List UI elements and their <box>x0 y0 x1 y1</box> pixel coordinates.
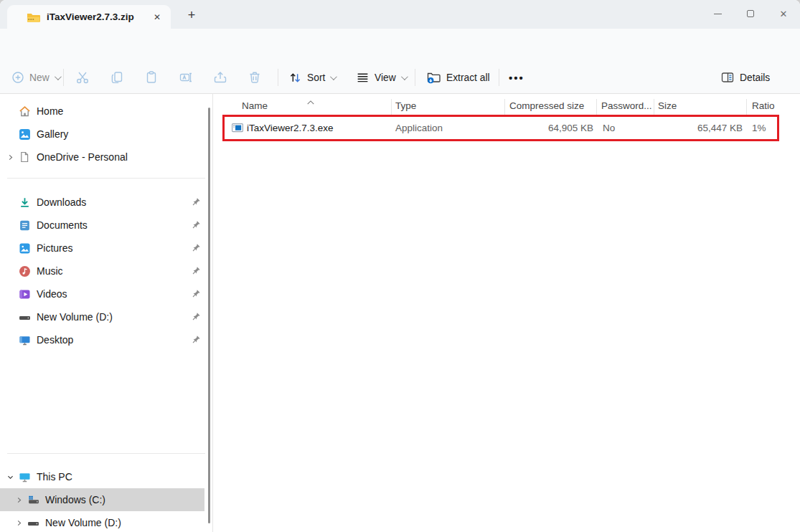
window-controls: ✕ <box>701 0 800 29</box>
onedrive-icon <box>18 151 31 163</box>
toolbar-separator <box>278 69 278 86</box>
toolbar-separator <box>63 69 64 86</box>
trash-icon <box>248 70 262 85</box>
command-bar: New <box>0 60 800 94</box>
pin-icon <box>192 289 201 298</box>
pin-icon <box>192 312 201 321</box>
sidebar-item-label: Pictures <box>37 242 73 254</box>
sort-button-label: Sort <box>307 72 325 83</box>
videos-icon <box>18 288 31 300</box>
file-explorer-window: iTaxViewer2.7.3.zip ✕ + ✕ ← → ↑ ↻ ··· <box>0 0 800 532</box>
paste-icon <box>144 70 159 85</box>
chevron-down-icon <box>55 73 62 80</box>
sidebar-item-label: Desktop <box>37 334 73 346</box>
sidebar-item-gallery[interactable]: Gallery <box>0 123 212 146</box>
column-header-password[interactable]: Password... <box>601 100 652 111</box>
sidebar-item-windows-c[interactable]: Windows (C:) <box>0 488 204 511</box>
pin-icon <box>192 243 201 252</box>
cut-button[interactable] <box>71 66 94 89</box>
pin-icon <box>192 220 201 229</box>
close-button[interactable]: ✕ <box>767 0 800 27</box>
column-header-size[interactable]: Size <box>658 100 677 111</box>
sidebar-item-pictures[interactable]: Pictures <box>0 237 212 260</box>
windows-drive-icon <box>27 493 39 506</box>
address-row: ← → ↑ ↻ ··· Users HP Downloads <box>0 29 800 60</box>
sidebar-item-new-volume-d[interactable]: New Volume (D:) <box>0 305 212 328</box>
sidebar-separator <box>7 453 205 454</box>
sidebar-scrollbar[interactable] <box>208 108 210 523</box>
toolbar-separator <box>415 69 415 86</box>
hard-drive-icon <box>27 516 39 529</box>
navigation-pane: Home Gallery OneD <box>0 94 213 532</box>
see-more-button[interactable]: ••• <box>504 66 530 89</box>
sidebar-item-label: New Volume (D:) <box>37 311 113 323</box>
sidebar-item-new-volume-d-tree[interactable]: New Volume (D:) <box>0 511 212 532</box>
maximize-button[interactable] <box>734 0 767 27</box>
extract-all-label: Extract all <box>446 72 490 83</box>
rename-icon <box>179 70 193 85</box>
details-pane-button[interactable]: Details <box>716 66 774 89</box>
paste-button[interactable] <box>140 66 163 89</box>
share-button[interactable] <box>209 66 232 89</box>
tab-bar: iTaxViewer2.7.3.zip ✕ + ✕ <box>0 0 800 29</box>
sidebar-item-label: Gallery <box>37 128 68 140</box>
cut-icon <box>75 70 90 85</box>
column-header-ratio[interactable]: Ratio <box>752 100 775 111</box>
close-icon: ✕ <box>780 9 788 19</box>
sidebar-item-label: OneDrive - Personal <box>37 151 128 163</box>
new-button[interactable]: New <box>7 66 64 89</box>
sidebar-item-label: This PC <box>37 471 72 483</box>
sidebar-item-home[interactable]: Home <box>0 100 212 123</box>
chevron-down-icon <box>6 473 14 481</box>
toolbar-separator <box>499 69 499 86</box>
sidebar-item-desktop[interactable]: Desktop <box>0 328 212 351</box>
new-button-label: New <box>29 72 50 83</box>
music-icon <box>18 265 31 277</box>
chevron-right-icon <box>15 496 23 504</box>
minimize-button[interactable] <box>701 0 734 27</box>
view-button[interactable]: View <box>352 66 410 89</box>
desktop-icon <box>18 333 31 346</box>
sort-button[interactable]: Sort <box>284 66 339 89</box>
this-pc-icon <box>18 470 31 483</box>
details-pane-icon <box>720 70 735 85</box>
pin-icon <box>192 266 201 275</box>
sidebar-item-this-pc[interactable]: This PC <box>0 465 212 488</box>
sidebar-separator <box>7 178 205 179</box>
sort-ascending-icon <box>306 96 315 108</box>
pictures-icon <box>18 242 31 255</box>
sidebar-item-music[interactable]: Music <box>0 260 212 282</box>
sidebar-item-onedrive[interactable]: OneDrive - Personal <box>0 146 212 168</box>
tab-title: iTaxViewer2.7.3.zip <box>47 11 149 22</box>
sidebar-item-label: Windows (C:) <box>45 494 105 505</box>
ellipsis-icon: ••• <box>509 72 524 84</box>
plus-circle-icon <box>11 71 24 84</box>
highlight-rectangle <box>222 115 779 141</box>
sidebar-item-downloads[interactable]: Downloads <box>0 191 212 214</box>
column-header-type[interactable]: Type <box>395 100 416 111</box>
view-icon <box>356 71 370 85</box>
sidebar-item-videos[interactable]: Videos <box>0 282 212 305</box>
view-button-label: View <box>375 72 396 83</box>
downloads-icon <box>18 196 31 209</box>
new-tab-button[interactable]: + <box>181 6 202 24</box>
copy-button[interactable] <box>105 66 128 89</box>
column-header-name[interactable]: Name <box>242 100 268 111</box>
extract-all-button[interactable]: Extract all <box>422 66 494 89</box>
hard-drive-icon <box>18 310 31 323</box>
sidebar-item-documents[interactable]: Documents <box>0 214 212 237</box>
column-header-compressed-size[interactable]: Compressed size <box>509 100 584 111</box>
file-list-pane: Name Type Compressed size Password... Si… <box>213 94 800 532</box>
share-icon <box>213 70 227 85</box>
gallery-icon <box>18 128 31 141</box>
details-pane-label: Details <box>740 72 770 83</box>
sidebar-item-label: Videos <box>37 288 67 300</box>
rename-button[interactable] <box>174 66 197 89</box>
chevron-down-icon <box>401 73 408 80</box>
delete-button[interactable] <box>243 66 266 89</box>
home-icon <box>18 105 31 118</box>
explorer-tab[interactable]: iTaxViewer2.7.3.zip ✕ <box>7 5 171 29</box>
zip-folder-icon <box>27 11 40 23</box>
tab-close-icon[interactable]: ✕ <box>149 9 165 25</box>
sidebar-item-label: Downloads <box>37 196 86 208</box>
